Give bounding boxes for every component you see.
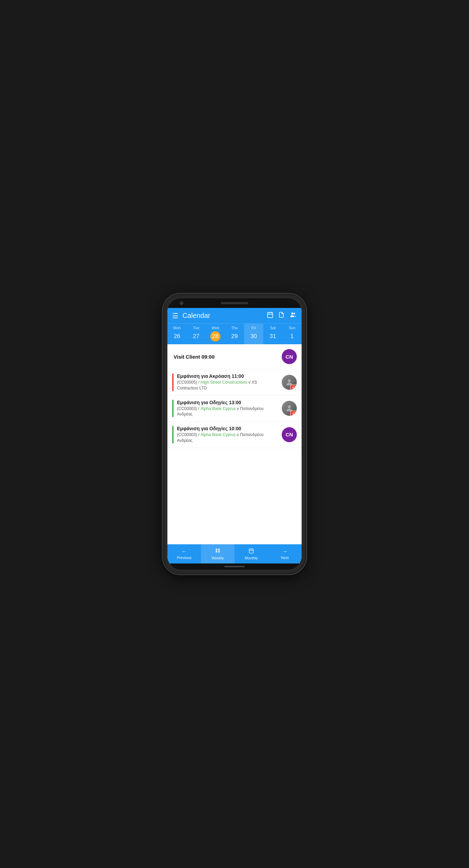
- nav-weekly-label: Weekly: [212, 556, 224, 560]
- event-1-avatar: CN: [282, 349, 297, 364]
- event-1-title: Visit Client 09:00: [174, 354, 278, 360]
- svg-point-4: [291, 312, 293, 314]
- nav-weekly[interactable]: Weekly: [201, 544, 234, 563]
- event-3-bar: [172, 400, 174, 418]
- phone-device: ☰ Calendar Mon: [163, 294, 306, 574]
- monthly-icon: [249, 548, 254, 555]
- event-2-badge: +1: [290, 385, 297, 390]
- svg-rect-0: [268, 312, 273, 318]
- svg-rect-12: [216, 552, 217, 553]
- day-strip: Mon 26 Tue 27 Wed 28 Thu 29 Fri 30: [167, 323, 302, 344]
- event-3[interactable]: Εμφάνιση για Οδηγίες 13:00 (CC00003) / A…: [167, 396, 302, 422]
- event-3-avatar: +1: [282, 401, 297, 416]
- day-fri[interactable]: Fri 30: [244, 324, 263, 344]
- weekly-icon: [215, 548, 220, 555]
- event-3-subtitle: (CC00003) / Alpha Bank Cyprus v Παπανδρέ…: [177, 406, 278, 418]
- day-tue[interactable]: Tue 27: [187, 324, 206, 344]
- event-4-avatar: CN: [282, 427, 297, 442]
- screen: ☰ Calendar Mon: [167, 308, 302, 563]
- day-mon[interactable]: Mon 26: [167, 324, 187, 344]
- nav-monthly-label: Monthly: [245, 556, 258, 560]
- event-1[interactable]: Visit Client 09:00 CN: [167, 344, 302, 369]
- event-3-badge: +1: [290, 411, 297, 416]
- app-header: ☰ Calendar: [167, 308, 302, 323]
- bottom-navigation: ← Previous Weekly Monthly →: [167, 544, 302, 563]
- day-thu[interactable]: Thu 29: [225, 324, 244, 344]
- day-sat[interactable]: Sat 31: [263, 324, 282, 344]
- svg-rect-11: [218, 550, 220, 551]
- svg-rect-14: [249, 549, 253, 553]
- event-1-content: Visit Client 09:00: [174, 354, 278, 360]
- hamburger-menu-icon[interactable]: ☰: [172, 312, 178, 320]
- event-4-bar: [172, 426, 174, 444]
- people-icon[interactable]: [289, 312, 297, 320]
- home-bar: [224, 566, 245, 567]
- svg-point-5: [294, 313, 295, 314]
- svg-rect-9: [218, 549, 220, 550]
- svg-rect-10: [216, 550, 217, 551]
- event-4-title: Εμφάνιση για Οδηγίες 10:00: [177, 426, 278, 431]
- event-3-content: Εμφάνιση για Οδηγίες 13:00 (CC00003) / A…: [177, 400, 278, 418]
- svg-point-7: [288, 406, 291, 409]
- event-4-subtitle: (CC00003) / Alpha Bank Cyprus v Παπανδρέ…: [177, 432, 278, 444]
- event-4-client-link[interactable]: Alpha Bank Cyprus: [201, 432, 236, 437]
- speaker: [221, 302, 248, 304]
- event-2-title: Εμφάνιση για Ακρόαση 11:00: [177, 373, 278, 379]
- event-3-client-link[interactable]: Alpha Bank Cyprus: [201, 406, 236, 411]
- phone-top-bar: [167, 298, 302, 308]
- nav-previous[interactable]: ← Previous: [167, 544, 201, 563]
- event-4-content: Εμφάνιση για Οδηγίες 10:00 (CC00003) / A…: [177, 426, 278, 444]
- svg-rect-13: [218, 552, 220, 553]
- nav-previous-label: Previous: [177, 556, 192, 560]
- phone-screen: ☰ Calendar Mon: [167, 298, 302, 570]
- header-icons: [267, 311, 297, 320]
- day-wed[interactable]: Wed 28: [206, 324, 225, 344]
- nav-next[interactable]: → Next: [268, 544, 302, 563]
- nav-next-label: Next: [281, 556, 289, 560]
- svg-point-6: [288, 379, 291, 382]
- previous-icon: ←: [181, 548, 187, 555]
- event-2-content: Εμφάνιση για Ακρόαση 11:00 (CC00005) / H…: [177, 373, 278, 391]
- calendar-icon[interactable]: [267, 311, 274, 320]
- svg-rect-8: [216, 549, 217, 550]
- phone-bottom-bar: [167, 563, 302, 570]
- event-2-avatar: +1: [282, 375, 297, 390]
- event-2-client-link[interactable]: High Street Constructions: [201, 380, 248, 385]
- header-left: ☰ Calendar: [172, 312, 210, 320]
- event-2-bar: [172, 373, 174, 391]
- next-icon: →: [282, 548, 288, 555]
- events-list: Visit Client 09:00 CN Εμφάνιση για Ακρόα…: [167, 344, 302, 544]
- app-title: Calendar: [182, 312, 210, 320]
- event-3-title: Εμφάνιση για Οδηγίες 13:00: [177, 400, 278, 405]
- camera: [180, 301, 183, 305]
- document-icon[interactable]: [278, 311, 284, 320]
- event-2-subtitle: (CC00005) / High Street Constructions v …: [177, 380, 278, 391]
- event-4[interactable]: Εμφάνιση για Οδηγίες 10:00 (CC00003) / A…: [167, 422, 302, 448]
- event-2[interactable]: Εμφάνιση για Ακρόαση 11:00 (CC00005) / H…: [167, 369, 302, 396]
- day-sun[interactable]: Sun 1: [282, 324, 302, 344]
- nav-monthly[interactable]: Monthly: [234, 544, 268, 563]
